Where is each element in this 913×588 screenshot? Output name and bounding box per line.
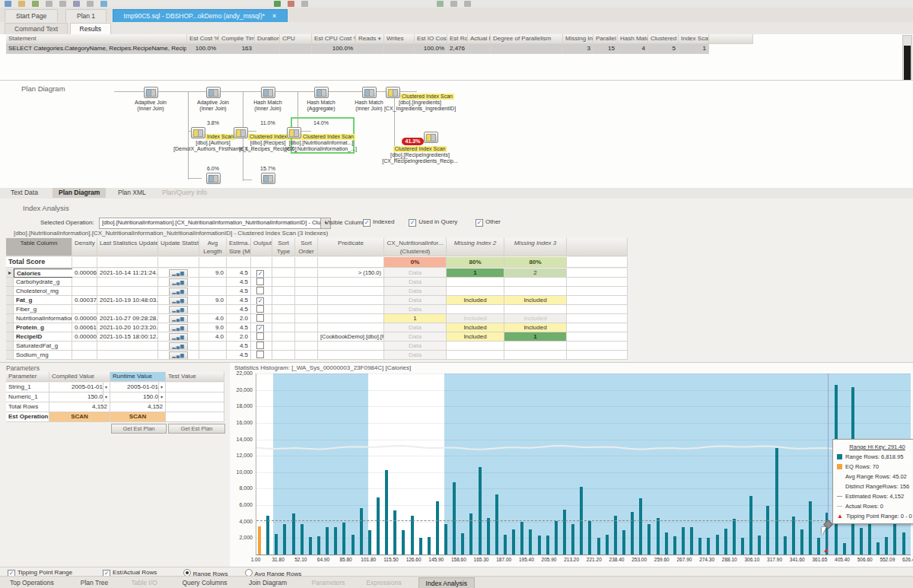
visible-columns-checkbox-used-in-query[interactable]: ✓Used in Query	[409, 218, 457, 227]
update-statistics-button[interactable]: ▂▄▆	[169, 288, 188, 296]
index-grid-row-carbohydrate_g[interactable]: Carbohydrate_g▂▄▆4.5Data	[6, 278, 628, 287]
column-header-missing-indexes[interactable]: Missing Indexes	[563, 34, 593, 44]
column-header-cpu[interactable]: CPU	[280, 34, 312, 44]
index-grid-row-sodium_mg[interactable]: Sodium_mg▂▄▆4.5Data	[6, 351, 628, 360]
doc-tab-2[interactable]: Plan 1	[65, 9, 107, 22]
index-grid-row-cholesterol_mg[interactable]: Cholesterol_mg▂▄▆4.5Data	[6, 287, 628, 296]
statement-cell[interactable]	[468, 44, 491, 54]
help-icon[interactable]	[464, 1, 471, 7]
column-header-degree-of-parallelism[interactable]: Degree of Parallelism	[491, 34, 563, 44]
statement-cell[interactable]	[356, 44, 384, 54]
chevron-down-icon[interactable]: ▾	[103, 383, 107, 392]
statement-cell[interactable]	[384, 44, 415, 54]
column-header-statement[interactable]: Statement	[6, 34, 187, 44]
plan-leaf-node-3[interactable]: 14.0%Clustered Index Scan[dbo].[Nutritio…	[282, 120, 361, 152]
column-header-actual-rows[interactable]: Actual Rows	[468, 34, 491, 44]
open-icon[interactable]	[18, 1, 25, 7]
statement-cell[interactable]: SELECT Categories.CategoryName, Recipes.…	[6, 44, 187, 54]
test-value-cell[interactable]	[166, 383, 224, 393]
update-statistics-button[interactable]: ▂▄▆	[169, 342, 188, 351]
grid-icon[interactable]	[450, 1, 457, 7]
plan-tab-plan-xml[interactable]: Plan XML	[112, 188, 152, 198]
copy-icon[interactable]	[73, 1, 80, 7]
statement-row[interactable]: SELECT Categories.CategoryName, Recipes.…	[6, 44, 709, 54]
statement-cell[interactable]: 3	[563, 44, 593, 54]
results-tab-results[interactable]: Results	[70, 23, 111, 34]
param-column-runtime-value[interactable]: Runtime Value	[110, 372, 166, 382]
column-header-duration[interactable]: Duration	[255, 34, 280, 44]
index-grid-column-sort[interactable]: SortOrder	[295, 238, 318, 256]
chevron-down-icon[interactable]: ▾	[158, 393, 163, 402]
statement-cell[interactable]	[255, 44, 280, 54]
get-est-plan-button[interactable]: Get Est Plan	[111, 424, 167, 434]
doc-tab-3[interactable]: tmp90C5.sql - DBSHOP...okDemo (andy_mssq…	[113, 9, 288, 22]
update-statistics-button[interactable]: ▂▄▆	[169, 351, 188, 360]
output-checkbox[interactable]	[256, 287, 264, 294]
index-grid-row-fat_g[interactable]: Fat_g0.0003742021-10-19 10:48:03.175▂▄▆9…	[6, 296, 628, 305]
chevron-down-icon[interactable]: ▾	[103, 393, 107, 402]
bottom-tab-parameters[interactable]: Parameters	[304, 577, 352, 588]
index-grid-column-predicate[interactable]: Predicate	[318, 238, 384, 256]
parameter-row-est-operation[interactable]: Est OperationSCANSCAN	[6, 412, 224, 422]
new-icon[interactable]	[5, 1, 11, 7]
statement-cell[interactable]: 2,476	[447, 44, 468, 54]
parameters-grid-header[interactable]: ParameterCompiled ValueRuntime ValueTest…	[6, 372, 224, 382]
index-grid-column-estima-[interactable]: Estima...Size (MB)	[227, 238, 251, 256]
layout-icon[interactable]	[437, 1, 444, 7]
results-tab-command-text[interactable]: Command Text	[5, 23, 68, 34]
visible-columns-checkbox-other[interactable]: ✓Other	[476, 218, 501, 227]
statement-cell[interactable]	[280, 44, 312, 54]
column-header-hash-matc-[interactable]: Hash Matc...	[618, 34, 648, 44]
update-statistics-button[interactable]: ▂▄▆	[169, 297, 188, 305]
column-header-est-cost-[interactable]: Est Cost %	[187, 34, 219, 44]
index-grid-row-nutritionalinformationid[interactable]: NutritionalInformationID0.0000022021-10-…	[6, 314, 628, 323]
update-statistics-button[interactable]: ▂▄▆	[169, 269, 188, 278]
bottom-tab-query-columns[interactable]: Query Columns	[175, 577, 234, 588]
index-grid-column-cx-nutritionalinfor-[interactable]: CX_NutritionalInfor...(Clustered)	[384, 238, 447, 256]
test-value-cell[interactable]	[166, 402, 224, 412]
param-column-compiled-value[interactable]: Compiled Value	[49, 372, 110, 382]
bottom-tab-index-analysis[interactable]: Index Analysis	[418, 577, 475, 588]
output-checkbox[interactable]: ✓	[256, 325, 264, 332]
parameter-row-string_1[interactable]: String_12005-01-01▾2005-01-01▾	[6, 383, 224, 393]
play-icon[interactable]	[274, 1, 281, 7]
output-checkbox[interactable]	[256, 278, 264, 285]
column-header-compile-time[interactable]: Compile Time	[219, 34, 255, 44]
output-checkbox[interactable]	[256, 332, 264, 340]
estimated-plan-icon[interactable]	[301, 1, 308, 7]
update-statistics-button[interactable]: ▂▄▆	[169, 278, 188, 287]
output-checkbox[interactable]	[256, 314, 264, 322]
bottom-tab-top-operations[interactable]: Top Operations	[3, 577, 61, 588]
doc-tab-1[interactable]: Start Page	[5, 9, 58, 22]
index-grid-column-avg[interactable]: AvgLength	[199, 238, 227, 256]
statement-cell[interactable]: 100.0%	[187, 44, 219, 54]
undo-icon[interactable]	[100, 1, 107, 7]
index-grid-row-protein_g[interactable]: Protein_g0.0006182021-10-20 10:23:20.753…	[6, 323, 628, 332]
statement-cell[interactable]: 15	[593, 44, 618, 54]
index-grid-column-last-statistics-update[interactable]: Last Statistics Update	[97, 238, 158, 256]
cut-icon[interactable]	[59, 1, 66, 7]
save-icon[interactable]	[32, 1, 39, 7]
statement-cell[interactable]: 100.0%	[312, 44, 356, 54]
statement-cell[interactable]: 4	[618, 44, 648, 54]
index-grid-column-update-statistics[interactable]: Update Statistics	[158, 238, 199, 256]
plan-node-6[interactable]: Clustered Index Scan[dbo].[Ingredients][…	[380, 87, 460, 112]
index-grid-column-spacer[interactable]	[567, 238, 628, 256]
column-header-spacer[interactable]	[709, 34, 753, 44]
index-grid-column-density[interactable]: Density	[72, 238, 97, 256]
param-column-test-value[interactable]: Test Value	[166, 372, 224, 382]
total-score-row[interactable]: Total Score0%80%80%	[6, 257, 628, 268]
print-icon[interactable]	[46, 1, 52, 7]
plan-leaf-node-4[interactable]: 41.3%Clustered Index Scan[dbo].[RecipeIn…	[380, 131, 460, 164]
index-grid-column-missing-index-3[interactable]: Missing Index 3	[504, 238, 567, 256]
statement-cell[interactable]: 100.0%	[415, 44, 447, 54]
test-value-cell[interactable]	[166, 393, 224, 402]
output-checkbox[interactable]	[256, 342, 264, 349]
parameter-row-numeric_1[interactable]: Numeric_1150.0▾150.0▾	[6, 393, 224, 402]
paste-icon[interactable]	[87, 1, 94, 7]
param-column-parameter[interactable]: Parameter	[6, 372, 49, 382]
column-header-clustered-i-[interactable]: Clustered I...	[648, 34, 679, 44]
test-value-cell[interactable]	[166, 412, 224, 422]
get-est-plan-button[interactable]: Get Est Plan	[168, 424, 225, 434]
column-header-parallel-op-[interactable]: Parallel Op...	[593, 34, 618, 44]
